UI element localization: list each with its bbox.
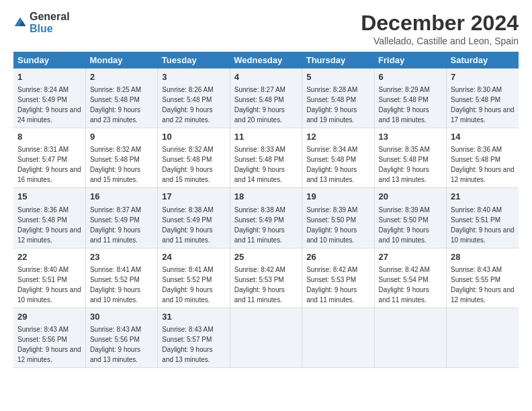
sunrise-text: Sunrise: 8:25 AM — [90, 86, 141, 93]
sunrise-text: Sunrise: 8:34 AM — [306, 146, 357, 153]
sunset-text: Sunset: 5:48 PM — [379, 96, 429, 103]
day-number: 24 — [162, 251, 225, 263]
daylight-text: Daylight: 9 hours and 11 minutes. — [234, 286, 285, 304]
daylight-text: Daylight: 9 hours and 11 minutes. — [90, 226, 140, 244]
sunset-text: Sunset: 5:53 PM — [234, 276, 284, 283]
cell-2-6: 21 Sunrise: 8:40 AM Sunset: 5:51 PM Dayl… — [447, 188, 519, 248]
sunset-text: Sunset: 5:56 PM — [17, 336, 67, 343]
day-number: 8 — [17, 131, 81, 143]
daylight-text: Daylight: 9 hours and 20 minutes. — [234, 106, 285, 124]
sunrise-text: Sunrise: 8:24 AM — [17, 86, 69, 93]
day-number: 14 — [451, 131, 515, 143]
cell-1-3: 11 Sunrise: 8:33 AM Sunset: 5:48 PM Dayl… — [230, 128, 302, 188]
header-row: Sunday Monday Tuesday Wednesday Thursday… — [13, 52, 519, 68]
sunrise-text: Sunrise: 8:42 AM — [379, 266, 430, 273]
sunset-text: Sunset: 5:49 PM — [234, 216, 284, 224]
cell-4-2: 31 Sunrise: 8:43 AM Sunset: 5:57 PM Dayl… — [158, 308, 230, 367]
sunrise-text: Sunrise: 8:28 AM — [306, 86, 357, 93]
day-number: 17 — [162, 191, 225, 203]
sunset-text: Sunset: 5:49 PM — [162, 216, 212, 224]
sunrise-text: Sunrise: 8:38 AM — [162, 206, 213, 214]
daylight-text: Daylight: 9 hours and 14 minutes. — [234, 166, 285, 183]
sunrise-text: Sunrise: 8:41 AM — [90, 266, 141, 273]
main-title: December 2024 — [361, 11, 519, 36]
sunset-text: Sunset: 5:48 PM — [451, 156, 500, 163]
daylight-text: Daylight: 9 hours and 11 minutes. — [379, 286, 429, 304]
cell-1-1: 9 Sunrise: 8:32 AM Sunset: 5:48 PM Dayli… — [85, 128, 157, 188]
sunrise-text: Sunrise: 8:38 AM — [234, 206, 285, 214]
title-block: December 2024 Vallelado, Castille and Le… — [361, 11, 519, 46]
sunrise-text: Sunrise: 8:32 AM — [90, 146, 141, 153]
sunrise-text: Sunrise: 8:31 AM — [17, 146, 69, 153]
day-number: 23 — [90, 251, 153, 263]
sunrise-text: Sunrise: 8:27 AM — [234, 86, 285, 93]
day-number: 6 — [379, 71, 442, 83]
cell-1-0: 8 Sunrise: 8:31 AM Sunset: 5:47 PM Dayli… — [13, 128, 85, 188]
sunrise-text: Sunrise: 8:43 AM — [90, 326, 141, 333]
sunset-text: Sunset: 5:52 PM — [90, 276, 140, 283]
logo-icon — [13, 16, 27, 30]
sunrise-text: Sunrise: 8:40 AM — [451, 206, 502, 214]
day-number: 3 — [162, 71, 225, 83]
sunrise-text: Sunrise: 8:30 AM — [451, 86, 502, 93]
sunset-text: Sunset: 5:50 PM — [379, 216, 429, 224]
week-row-1: 8 Sunrise: 8:31 AM Sunset: 5:47 PM Dayli… — [13, 128, 519, 188]
daylight-text: Daylight: 9 hours and 10 minutes. — [379, 226, 429, 244]
day-number: 15 — [17, 191, 81, 203]
sunset-text: Sunset: 5:55 PM — [451, 276, 500, 283]
page: General Blue December 2024 Vallelado, Ca… — [0, 0, 532, 375]
daylight-text: Daylight: 9 hours and 11 minutes. — [306, 286, 357, 304]
sunrise-text: Sunrise: 8:39 AM — [306, 206, 357, 214]
col-thursday: Thursday — [302, 52, 374, 68]
sunset-text: Sunset: 5:49 PM — [17, 96, 67, 103]
day-number: 30 — [90, 311, 153, 323]
day-number: 4 — [234, 71, 298, 83]
day-number: 16 — [90, 191, 153, 203]
cell-0-3: 4 Sunrise: 8:27 AM Sunset: 5:48 PM Dayli… — [230, 68, 302, 128]
daylight-text: Daylight: 9 hours and 12 minutes. — [451, 166, 515, 183]
subtitle: Vallelado, Castille and Leon, Spain — [361, 36, 519, 46]
sunset-text: Sunset: 5:48 PM — [162, 156, 212, 163]
cell-3-2: 24 Sunrise: 8:41 AM Sunset: 5:52 PM Dayl… — [158, 248, 230, 308]
daylight-text: Daylight: 9 hours and 13 minutes. — [306, 166, 357, 183]
cell-2-4: 19 Sunrise: 8:39 AM Sunset: 5:50 PM Dayl… — [302, 188, 374, 248]
day-number: 18 — [234, 191, 298, 203]
week-row-2: 15 Sunrise: 8:36 AM Sunset: 5:48 PM Dayl… — [13, 188, 519, 248]
sunset-text: Sunset: 5:48 PM — [379, 156, 429, 163]
daylight-text: Daylight: 9 hours and 16 minutes. — [17, 166, 81, 183]
daylight-text: Daylight: 9 hours and 12 minutes. — [451, 286, 515, 304]
sunset-text: Sunset: 5:51 PM — [451, 216, 500, 224]
sunrise-text: Sunrise: 8:43 AM — [17, 326, 69, 333]
sunset-text: Sunset: 5:49 PM — [90, 216, 140, 224]
day-number: 21 — [451, 191, 515, 203]
daylight-text: Daylight: 9 hours and 22 minutes. — [162, 106, 212, 124]
sunset-text: Sunset: 5:48 PM — [234, 156, 284, 163]
daylight-text: Daylight: 9 hours and 13 minutes. — [162, 346, 212, 363]
daylight-text: Daylight: 9 hours and 18 minutes. — [379, 106, 429, 124]
cell-0-4: 5 Sunrise: 8:28 AM Sunset: 5:48 PM Dayli… — [302, 68, 374, 128]
sunset-text: Sunset: 5:48 PM — [451, 96, 500, 103]
sunrise-text: Sunrise: 8:26 AM — [162, 86, 213, 93]
day-number: 5 — [306, 71, 369, 83]
sunrise-text: Sunrise: 8:33 AM — [234, 146, 285, 153]
cell-2-5: 20 Sunrise: 8:39 AM Sunset: 5:50 PM Dayl… — [374, 188, 446, 248]
cell-4-6 — [447, 308, 519, 367]
cell-3-6: 28 Sunrise: 8:43 AM Sunset: 5:55 PM Dayl… — [447, 248, 519, 308]
logo-general: General — [30, 11, 70, 22]
daylight-text: Daylight: 9 hours and 15 minutes. — [90, 166, 140, 183]
cell-4-5 — [374, 308, 446, 367]
daylight-text: Daylight: 9 hours and 10 minutes. — [451, 226, 515, 244]
col-saturday: Saturday — [447, 52, 519, 68]
cell-0-2: 3 Sunrise: 8:26 AM Sunset: 5:48 PM Dayli… — [158, 68, 230, 128]
cell-0-6: 7 Sunrise: 8:30 AM Sunset: 5:48 PM Dayli… — [447, 68, 519, 128]
day-number: 27 — [379, 251, 442, 263]
daylight-text: Daylight: 9 hours and 24 minutes. — [17, 106, 81, 124]
cell-4-3 — [230, 308, 302, 367]
header: General Blue December 2024 Vallelado, Ca… — [13, 11, 519, 46]
sunrise-text: Sunrise: 8:40 AM — [17, 266, 69, 273]
cell-1-5: 13 Sunrise: 8:35 AM Sunset: 5:48 PM Dayl… — [374, 128, 446, 188]
cell-4-0: 29 Sunrise: 8:43 AM Sunset: 5:56 PM Dayl… — [13, 308, 85, 367]
daylight-text: Daylight: 9 hours and 11 minutes. — [234, 226, 285, 244]
sunset-text: Sunset: 5:48 PM — [306, 96, 356, 103]
day-number: 20 — [379, 191, 442, 203]
